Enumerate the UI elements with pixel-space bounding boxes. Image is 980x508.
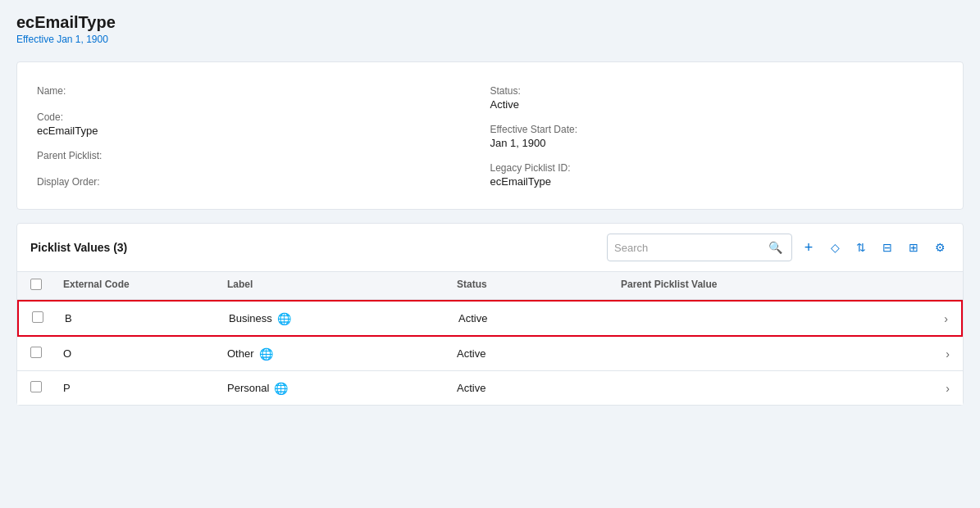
effective-date: Effective Jan 1, 1900 bbox=[16, 34, 964, 45]
page-title: ecEmailType bbox=[16, 13, 964, 32]
row-chevron-right[interactable]: › bbox=[925, 382, 950, 395]
name-field: Name: bbox=[37, 79, 490, 105]
settings-icon[interactable]: ⚙ bbox=[930, 238, 950, 257]
table-header: External Code Label Status Parent Pickli… bbox=[17, 272, 963, 300]
row-label: Other bbox=[227, 347, 254, 360]
row-label-cell: Business 🌐 bbox=[229, 312, 458, 325]
row-checkbox[interactable] bbox=[30, 347, 42, 358]
globe-icon: 🌐 bbox=[259, 347, 273, 361]
picklist-title: Picklist Values (3) bbox=[30, 241, 127, 254]
row-checkbox-cell bbox=[30, 347, 63, 361]
filter-icon[interactable]: ⊟ bbox=[877, 238, 897, 257]
detail-card: Name: Code: ecEmailType Parent Picklist:… bbox=[16, 61, 964, 210]
header-label: Label bbox=[227, 279, 457, 293]
search-icon[interactable]: 🔍 bbox=[765, 238, 785, 257]
table-row[interactable]: P Personal 🌐 Active › bbox=[17, 371, 963, 405]
row-chevron-right[interactable]: › bbox=[925, 347, 950, 361]
parent-picklist-field: Parent Picklist: bbox=[37, 143, 490, 170]
row-status: Active bbox=[457, 382, 621, 394]
header-parent-picklist-value: Parent Picklist Value bbox=[621, 279, 925, 293]
code-value: ecEmailType bbox=[37, 125, 490, 137]
search-input[interactable] bbox=[614, 242, 762, 254]
row-checkbox-cell bbox=[32, 311, 65, 325]
row-external-code: B bbox=[65, 312, 229, 324]
row-label-cell: Other 🌐 bbox=[227, 347, 457, 361]
effective-start-date-label: Effective Start Date: bbox=[490, 124, 944, 135]
display-order-field: Display Order: bbox=[37, 170, 490, 196]
legacy-picklist-id-value: ecEmailType bbox=[490, 175, 944, 188]
header-status: Status bbox=[457, 279, 621, 293]
row-checkbox-cell bbox=[30, 381, 63, 395]
page-container: ecEmailType Effective Jan 1, 1900 Name: … bbox=[0, 0, 980, 508]
table-row[interactable]: O Other 🌐 Active › bbox=[17, 337, 963, 371]
row-label: Personal bbox=[227, 382, 269, 394]
name-label: Name: bbox=[37, 85, 490, 97]
globe-icon: 🌐 bbox=[274, 382, 288, 395]
search-box[interactable]: 🔍 bbox=[607, 234, 792, 261]
globe-icon: 🌐 bbox=[277, 312, 291, 325]
detail-grid: Name: Code: ecEmailType Parent Picklist:… bbox=[37, 79, 943, 196]
row-label-cell: Personal 🌐 bbox=[227, 382, 457, 395]
header-action bbox=[925, 279, 950, 293]
row-external-code: P bbox=[63, 382, 227, 394]
add-icon[interactable]: + bbox=[799, 238, 818, 257]
detail-left-column: Name: Code: ecEmailType Parent Picklist:… bbox=[37, 79, 490, 196]
effective-start-date-field: Effective Start Date: Jan 1, 1900 bbox=[490, 117, 944, 156]
table-body: B Business 🌐 Active › O Other 🌐 Active ›… bbox=[17, 300, 963, 405]
row-label: Business bbox=[229, 312, 272, 324]
picklist-toolbar: 🔍 + ◇ ⇅ ⊟ ⊞ ⚙ bbox=[607, 234, 950, 261]
code-field: Code: ecEmailType bbox=[37, 105, 490, 143]
diamond-icon[interactable]: ◇ bbox=[825, 238, 845, 257]
header-checkbox[interactable] bbox=[30, 279, 42, 290]
display-order-label: Display Order: bbox=[37, 176, 490, 188]
row-checkbox[interactable] bbox=[30, 381, 42, 392]
table-row[interactable]: B Business 🌐 Active › bbox=[17, 300, 963, 337]
columns-icon[interactable]: ⊞ bbox=[904, 238, 923, 257]
picklist-section: Picklist Values (3) 🔍 + ◇ ⇅ ⊟ ⊞ ⚙ Extern… bbox=[16, 223, 964, 406]
row-external-code: O bbox=[63, 347, 227, 360]
detail-right-column: Status: Active Effective Start Date: Jan… bbox=[490, 79, 944, 196]
row-status: Active bbox=[457, 347, 621, 360]
status-value: Active bbox=[490, 98, 944, 111]
effective-start-date-value: Jan 1, 1900 bbox=[490, 137, 944, 149]
code-label: Code: bbox=[37, 111, 490, 123]
legacy-picklist-id-field: Legacy Picklist ID: ecEmailType bbox=[490, 156, 944, 194]
row-chevron-right[interactable]: › bbox=[923, 312, 948, 325]
sort-icon[interactable]: ⇅ bbox=[851, 238, 871, 257]
header-external-code: External Code bbox=[63, 279, 227, 293]
status-label: Status: bbox=[490, 85, 944, 97]
status-field: Status: Active bbox=[490, 79, 944, 117]
header-checkbox-cell bbox=[30, 279, 63, 293]
row-status: Active bbox=[458, 312, 622, 324]
parent-picklist-label: Parent Picklist: bbox=[37, 150, 490, 161]
page-header: ecEmailType Effective Jan 1, 1900 bbox=[16, 13, 964, 45]
legacy-picklist-id-label: Legacy Picklist ID: bbox=[490, 162, 944, 174]
row-checkbox[interactable] bbox=[32, 311, 43, 323]
picklist-header: Picklist Values (3) 🔍 + ◇ ⇅ ⊟ ⊞ ⚙ bbox=[17, 224, 963, 272]
